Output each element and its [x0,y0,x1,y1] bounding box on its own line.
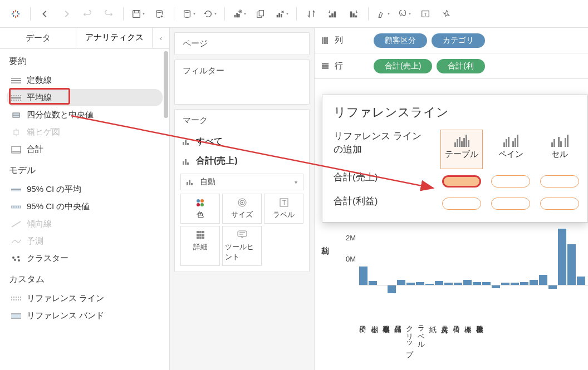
highlight-button[interactable]: ▾ [373,4,393,24]
ref-drop-profit-cell[interactable] [540,198,579,210]
ci-mean-icon [11,186,21,194]
ref-drop-sales-table[interactable] [442,175,481,188]
clear-button[interactable]: ▾ [272,4,292,24]
redo-button[interactable] [99,4,119,24]
forecast-icon [11,238,21,245]
svg-rect-7 [238,14,240,17]
reference-line-icon [11,295,21,303]
analytics-item-reference-line[interactable]: リファレンス ライン [7,290,163,307]
ci-median-icon [11,203,21,211]
x-tick: 本棚 [371,320,379,364]
quartiles-icon [11,111,21,119]
filters-shelf[interactable]: フィルター [175,60,309,82]
swap-rc-button[interactable] [301,4,321,24]
analytics-item-average-line[interactable]: 平均線 [7,89,163,106]
pill[interactable]: 合計(売上) [374,59,432,73]
section-summary: 要約 [0,49,169,72]
svg-rect-18 [352,13,355,17]
analytics-item-totals[interactable]: 合計 [7,141,163,158]
svg-point-41 [17,256,19,258]
svg-text:T: T [424,11,427,17]
new-worksheet-button[interactable]: ▾ [179,4,199,24]
mark-type-value: 自動 [200,177,215,187]
ref-scope-cell[interactable]: セル [538,130,581,169]
bar[interactable] [388,285,396,293]
bar[interactable] [359,267,367,285]
marks-all-row[interactable]: すべて [180,131,303,152]
bar[interactable] [369,281,377,285]
analytics-item-reference-band[interactable]: リファレンス バンド [7,307,163,324]
svg-rect-6 [236,13,238,17]
svg-rect-63 [197,236,199,239]
svg-rect-74 [322,67,329,69]
ref-scope-pane[interactable]: ペイン [489,130,532,169]
svg-rect-62 [202,234,204,236]
analytics-item-ci-mean[interactable]: 95% CI の平均 [7,181,163,198]
bar[interactable] [558,229,566,285]
refresh-button[interactable]: ▾ [200,4,220,24]
forward-button[interactable] [56,4,76,24]
svg-rect-30 [14,130,18,135]
sort-asc-button[interactable] [322,4,342,24]
save-button[interactable]: ▾ [128,4,148,24]
mark-detail-button[interactable]: 詳細 [180,226,220,266]
mark-size-button[interactable]: サイズ [222,194,262,224]
section-model: モデル [0,158,169,181]
new-datasource-button[interactable] [149,4,169,24]
bar[interactable] [463,280,472,285]
marks-card-title: マーク [175,110,309,131]
sort-desc-button[interactable] [344,4,364,24]
svg-point-4 [184,10,190,12]
rows-shelf[interactable]: 行 合計(売上)合計(利 [315,53,588,79]
svg-rect-17 [350,11,352,17]
mark-tooltip-button[interactable]: ツールヒント [222,226,262,266]
ref-drop-profit-pane[interactable] [491,198,530,210]
back-button[interactable] [35,4,55,24]
ref-measure-profit: 合計(利益) [334,189,427,213]
analytics-item-ci-median[interactable]: 95% CI の中央値 [7,198,163,215]
mark-color-button[interactable]: 色 [180,194,220,224]
mark-label-button[interactable]: T ラベル [264,194,303,224]
bar[interactable] [435,281,443,285]
ref-scope-table[interactable]: テーブル [440,130,483,169]
svg-rect-13 [281,14,282,17]
bar[interactable] [577,277,585,285]
swap-button[interactable]: ▾ [229,4,249,24]
ref-drop-profit-table[interactable] [442,198,481,210]
marks-measure-row[interactable]: 合計(売上) [180,152,303,170]
tab-analytics[interactable]: アナリティクス [76,28,153,48]
collapse-side-button[interactable]: ‹ [153,28,169,48]
group-button[interactable]: ▾ [394,4,414,24]
bar[interactable] [539,275,547,285]
show-labels-button[interactable]: T [415,4,435,24]
svg-rect-72 [322,63,329,65]
rows-label: 行 [335,61,368,71]
svg-point-54 [241,202,243,204]
bar[interactable] [397,280,405,285]
pill[interactable]: 合計(利 [437,59,485,73]
pill[interactable]: 顧客区分 [374,33,427,48]
ref-drop-sales-pane[interactable] [491,175,530,188]
analytics-item-cluster[interactable]: クラスター [7,250,163,267]
bar[interactable] [548,285,557,289]
tab-data[interactable]: データ [0,28,76,48]
pin-button[interactable] [437,4,457,24]
mark-type-dropdown[interactable]: 自動 ▾ [180,174,303,190]
columns-shelf[interactable]: 列 顧客区分カテゴリ [315,28,588,53]
svg-point-2 [156,10,163,12]
ref-drop-sales-cell[interactable] [540,175,579,188]
duplicate-button[interactable] [251,4,271,24]
analytics-item-quartiles[interactable]: 四分位数と中央値 [7,106,163,124]
svg-rect-70 [324,37,326,44]
analytics-item-constant-line[interactable]: 定数線 [7,72,163,89]
pages-shelf[interactable]: ページ [175,33,309,55]
svg-rect-64 [199,236,202,239]
svg-rect-5 [234,14,236,17]
bar[interactable] [567,244,576,285]
x-tick: 椅子 [359,320,367,364]
svg-point-49 [200,199,204,203]
pill[interactable]: カテゴリ [432,33,485,48]
bar[interactable] [530,280,538,285]
undo-button[interactable] [77,4,97,24]
analytics-item-forecast: 予測 [7,233,163,250]
